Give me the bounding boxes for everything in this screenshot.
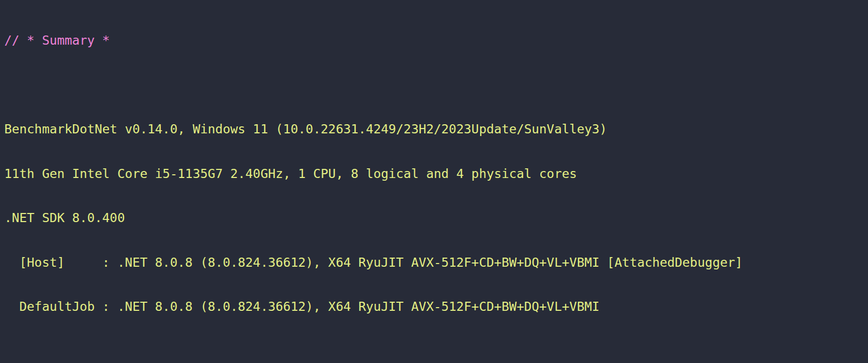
env-line-defaultjob: DefaultJob : .NET 8.0.8 (8.0.824.36612),… [4,299,868,314]
blank-line [4,77,868,92]
env-line-host: [Host] : .NET 8.0.8 (8.0.824.36612), X64… [4,255,868,270]
env-line-sdk: .NET SDK 8.0.400 [4,210,868,225]
summary-comment: // * Summary * [4,33,868,48]
blank-line [4,344,868,359]
env-line-cpu: 11th Gen Intel Core i5-1135G7 2.40GHz, 1… [4,166,868,181]
env-line-benchmarkdotnet: BenchmarkDotNet v0.14.0, Windows 11 (10.… [4,122,868,137]
terminal-window[interactable]: // * Summary * BenchmarkDotNet v0.14.0, … [0,0,868,363]
